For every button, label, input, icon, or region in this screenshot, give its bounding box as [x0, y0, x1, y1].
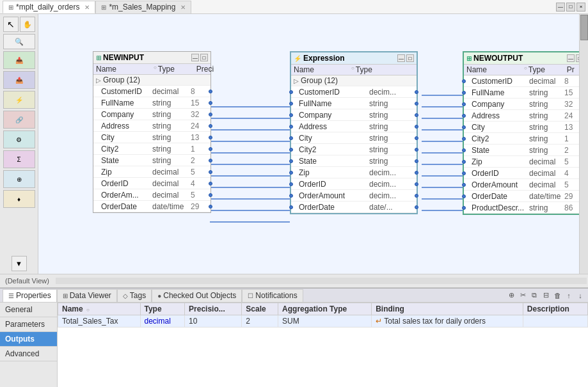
props-data-row-0[interactable]: Total_Sales_Tax decimal 10 2 SUM	[58, 315, 588, 328]
tab-tags[interactable]: ◇ Tags	[117, 289, 152, 302]
props-cut-button[interactable]: ✂	[518, 290, 528, 301]
props-add-button[interactable]: ⊕	[506, 290, 516, 301]
newinput-row-orderid[interactable]: OrderID decimal 4	[93, 178, 211, 189]
newinput-row-orderdate[interactable]: OrderDate date/time 29	[93, 201, 211, 212]
tab-properties[interactable]: ☰ Properties	[3, 289, 57, 302]
newinput-preci-orderid: 4	[191, 179, 208, 188]
aggregate-tool-button[interactable]: Σ	[3, 150, 35, 168]
expr-row-city[interactable]: City string	[291, 132, 417, 144]
horizontal-scrollbar[interactable]	[56, 278, 587, 284]
newoutput-row-productdescr[interactable]: ProductDescr... string 86	[464, 202, 579, 214]
props-col-precision[interactable]: Precisio...	[185, 303, 242, 315]
newinput-row-city2[interactable]: City2 string 1	[93, 143, 211, 155]
newinput-row-city[interactable]: City string 13	[93, 132, 211, 143]
newinput-maximize[interactable]: □	[200, 54, 208, 61]
props-col-scale-label: Scale	[246, 304, 266, 313]
tab-checked-out-objects[interactable]: ● Checked Out Objects	[152, 289, 242, 302]
sidebar-advanced[interactable]: Advanced	[0, 347, 57, 361]
zoom-tool-button[interactable]: 🔍	[3, 34, 35, 49]
newoutput-type-city: string	[529, 123, 564, 132]
expr-dot-l-city	[289, 136, 293, 140]
newinput-row-customerid[interactable]: CustomerID decimal 8	[93, 86, 211, 97]
expr-row-orderamount[interactable]: OrderAmount decim...	[291, 190, 417, 201]
newinput-minimize[interactable]: —	[191, 54, 199, 61]
newoutput-row-city[interactable]: City string 13	[464, 122, 579, 133]
maximize-button[interactable]: □	[566, 3, 575, 12]
props-down-button[interactable]: ↓	[575, 290, 585, 301]
props-col-name[interactable]: Name ○	[58, 303, 141, 315]
expression-maximize[interactable]: □	[406, 54, 414, 62]
newoutput-row-zip[interactable]: Zip decimal 5	[464, 156, 579, 168]
output-tool-button[interactable]: 📤	[3, 71, 35, 89]
tab-m-sales-mapping[interactable]: ⊞ *m_Sales_Mapping ✕	[95, 1, 191, 13]
expr-name-city: City	[299, 134, 369, 143]
select-tool-button[interactable]: ↖	[3, 17, 19, 32]
newinput-row-fullname[interactable]: FullName string 15	[93, 97, 211, 109]
newoutput-preci-productdescr: 86	[564, 203, 579, 212]
props-up-button[interactable]: ↑	[564, 290, 574, 301]
newinput-row-orderamt[interactable]: OrderAm... decimal 5	[93, 189, 211, 201]
expr-dot-r-customerid	[415, 90, 418, 94]
props-col-scale[interactable]: Scale	[242, 303, 278, 315]
newoutput-row-orderid[interactable]: OrderID decimal 4	[464, 168, 579, 179]
newoutput-preci-orderdate: 29	[564, 192, 579, 201]
minimize-button[interactable]: —	[556, 3, 565, 12]
tab-notifications[interactable]: ☐ Notifications	[242, 289, 303, 302]
expr-row-state[interactable]: State string	[291, 155, 417, 167]
expression-group-expand-icon[interactable]: ▷	[294, 77, 299, 84]
misc-tool-button[interactable]: ♦	[3, 190, 35, 208]
newoutput-row-address[interactable]: Address string 24	[464, 110, 579, 122]
expr-row-city2[interactable]: City2 string	[291, 144, 417, 155]
tab-data-viewer[interactable]: ⊞ Data Viewer	[57, 289, 117, 302]
tab-mplt-daily-orders[interactable]: ⊞ *mplt_daily_orders ✕	[3, 1, 95, 13]
input-tool-button[interactable]: 📥	[3, 51, 35, 69]
props-delete-button[interactable]: 🗑	[552, 290, 562, 301]
newinput-row-address[interactable]: Address string 24	[93, 120, 211, 132]
newoutput-row-state[interactable]: State string 2	[464, 145, 579, 156]
expr-row-orderid[interactable]: OrderID decim...	[291, 178, 417, 190]
props-row0-agg-type-value: SUM	[282, 317, 299, 326]
filter-tool-button[interactable]: ⚙	[3, 130, 35, 148]
newoutput-row-fullname[interactable]: FullName string 15	[464, 87, 579, 99]
expr-row-address[interactable]: Address string	[291, 121, 417, 132]
newoutput-maximize[interactable]: □	[576, 54, 579, 62]
newoutput-row-orderdate[interactable]: OrderDate date/time 29	[464, 191, 579, 202]
expr-row-customerid[interactable]: CustomerID decim...	[291, 86, 417, 98]
newoutput-row-orderamount[interactable]: OrderAmount decimal 5	[464, 179, 579, 191]
close-window-button[interactable]: ×	[576, 3, 585, 12]
newinput-row-state[interactable]: State string 2	[93, 155, 211, 166]
props-col-description[interactable]: Description	[523, 303, 587, 315]
newoutput-minimize[interactable]: —	[567, 54, 575, 62]
newoutput-col-name-header: Name	[466, 65, 524, 74]
props-copy-button[interactable]: ⧉	[529, 290, 539, 301]
props-col-type[interactable]: Type	[140, 303, 185, 315]
canvas-area[interactable]: ⊞ NEWINPUT — □ Name ○ Type Preci ▷	[38, 14, 579, 274]
transform-tool-button[interactable]: ⚡	[3, 91, 35, 109]
props-paste-button[interactable]: ⊟	[541, 290, 551, 301]
link-tool-button[interactable]: 🔗	[3, 111, 35, 129]
sidebar-general[interactable]: General	[0, 303, 57, 317]
expr-row-zip[interactable]: Zip decim...	[291, 167, 417, 178]
down-arrow-button[interactable]: ▼	[12, 256, 27, 271]
expr-row-orderdate[interactable]: OrderDate date/...	[291, 201, 417, 213]
props-col-binding[interactable]: Binding	[372, 303, 523, 315]
tab-close-1[interactable]: ✕	[84, 4, 90, 11]
hand-tool-button[interactable]: ✋	[20, 17, 35, 32]
newinput-row-company[interactable]: Company string 32	[93, 109, 211, 120]
tab-close-2[interactable]: ✕	[180, 4, 186, 11]
notifications-tab-label: Notifications	[255, 291, 297, 300]
expr-row-fullname[interactable]: FullName string	[291, 98, 417, 109]
expr-row-company[interactable]: Company string	[291, 109, 417, 121]
newoutput-row-city2[interactable]: City2 string 1	[464, 133, 579, 145]
join-tool-button[interactable]: ⊕	[3, 170, 35, 188]
right-scrollbar[interactable]	[579, 14, 588, 274]
sidebar-outputs[interactable]: Outputs	[0, 332, 57, 347]
scrollbar-thumb[interactable]	[580, 15, 588, 40]
sidebar-parameters[interactable]: Parameters	[0, 317, 57, 332]
newoutput-row-customerid[interactable]: CustomerID decimal 8	[464, 75, 579, 87]
newoutput-row-company[interactable]: Company string 32	[464, 99, 579, 110]
props-col-agg-type[interactable]: Aggregation Type	[278, 303, 372, 315]
newinput-group-expand-icon[interactable]: ▷	[96, 77, 101, 84]
newinput-row-zip[interactable]: Zip decimal 5	[93, 166, 211, 178]
expression-minimize[interactable]: —	[397, 54, 405, 62]
